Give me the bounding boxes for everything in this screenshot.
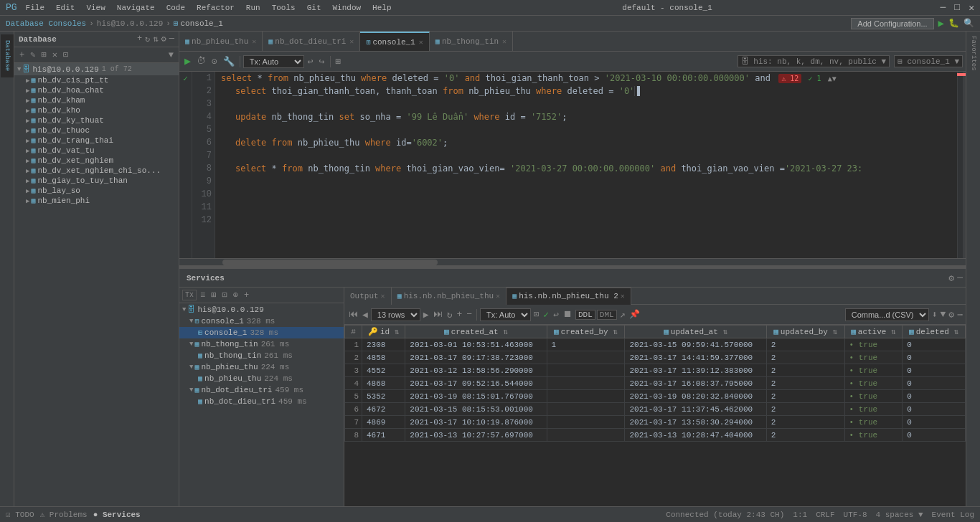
menu-navigate[interactable]: Navigate (114, 4, 158, 12)
result-link-btn[interactable]: ↗ (618, 309, 627, 321)
database-sidebar-icon[interactable]: Database (1, 34, 14, 77)
col-active[interactable]: ▦active ⇅ (844, 326, 903, 338)
result-settings-btn[interactable]: ⚙ (948, 309, 954, 321)
tree-table-nb_dv_xet_nghiem_chi_so[interactable]: ▶ ▦ nb_dv_xet_nghiem_chi_so... (14, 166, 179, 176)
result-prev-btn[interactable]: ◀ (361, 309, 369, 321)
menu-run[interactable]: Run (243, 4, 263, 12)
history-button[interactable]: ⏱ (194, 56, 208, 67)
tx-mode-select[interactable]: Tx: Auto Tx: Manual (243, 55, 304, 68)
tab-nb-dot-dieu-tri[interactable]: ▦ nb_dot_dieu_tri ✕ (263, 32, 360, 52)
tab-close-nb-dot-dieu-tri[interactable]: ✕ (349, 37, 354, 46)
search-everywhere-icon[interactable]: 🔍 (963, 18, 974, 29)
tree-table-nb_dv_trang_thai[interactable]: ▶ ▦ nb_dv_trang_thai (14, 136, 179, 146)
grid-view-button[interactable]: ⊞ (334, 56, 344, 67)
undo-button[interactable]: ↩ (306, 56, 316, 67)
services-nb-thong-tin-group[interactable]: ▼ ▦ nb_thong_tin 261 ms (179, 338, 344, 350)
event-log-button[interactable]: Event Log (932, 511, 974, 519)
result-pin-btn[interactable]: 📌 (628, 309, 641, 320)
db-panel-settings-icon[interactable]: ⚙ (161, 34, 166, 44)
menu-git[interactable]: Git (304, 4, 324, 12)
table-row[interactable]: 248582021-03-17 09:17:38.7230002021-03-1… (345, 351, 966, 364)
indent-select[interactable]: 4 spaces ▼ (876, 511, 923, 519)
tab-close-console-1[interactable]: ✕ (419, 38, 423, 47)
menu-window[interactable]: Window (330, 4, 364, 12)
tree-table-nb_dv_xet_nghiem[interactable]: ▶ ▦ nb_dv_xet_nghiem (14, 156, 179, 166)
result-last-btn[interactable]: ⏭ (432, 309, 444, 320)
tree-table-nb_lay_so[interactable]: ▶ ▦ nb_lay_so (14, 186, 179, 196)
services-add-btn[interactable]: + (242, 290, 251, 301)
db-panel-sort-icon[interactable]: ⇅ (153, 34, 158, 44)
result-refresh-btn[interactable]: ↻ (446, 309, 454, 321)
tree-table-nb_mien_phi[interactable]: ▶ ▦ nb_mien_phi (14, 196, 179, 206)
result-tab-close-phieu-thu-2[interactable]: ✕ (621, 292, 625, 300)
result-commit-btn[interactable]: ✓ (542, 309, 550, 321)
services-nb-dot-dieu-tri-group[interactable]: ▼ ▦ nb_dot_dieu_tri 459 ms (179, 384, 344, 396)
table-row[interactable]: 846712021-03-13 10:27:57.6970002021-03-1… (345, 429, 966, 442)
col-id[interactable]: 🔑id ⇅ (362, 326, 405, 338)
tree-table-nb_dv_thuoc[interactable]: ▶ ▦ nb_dv_thuoc (14, 125, 179, 136)
tree-table-nb_dv_hoa_chat[interactable]: ▶ ▦ nb_dv_hoa_chat (14, 85, 179, 95)
console-selector[interactable]: ⊞ console_1 ▼ (894, 55, 963, 67)
result-export-btn[interactable]: ⬇ (932, 309, 938, 321)
add-configuration-button[interactable]: Add Configuration... (851, 18, 933, 29)
result-tab-nb-phieu-thu[interactable]: ▦ his.nb.nb_phieu_thu ✕ (392, 288, 507, 305)
services-tx-btn[interactable]: Tx (182, 290, 197, 300)
schema-selector[interactable]: 🗄 his: nb, k, dm, nv, public ▼ (738, 55, 890, 67)
menu-help[interactable]: Help (369, 4, 394, 12)
services-console1-item[interactable]: ⊞ console_1 328 ms (179, 327, 344, 338)
col-created-by[interactable]: ▦created_by ⇅ (547, 326, 625, 338)
result-more-btn[interactable]: ⋯ (957, 309, 963, 321)
row-count-select[interactable]: 13 rows (371, 308, 420, 321)
menu-tools[interactable]: Tools (269, 4, 298, 12)
result-delete-btn[interactable]: − (465, 309, 473, 320)
services-layout-btn[interactable]: ⊡ (220, 289, 229, 301)
table-row[interactable]: 345522021-03-12 13:58:56.2900002021-03-1… (345, 364, 966, 377)
services-nb-phieu-thu-item[interactable]: ▦ nb_phieu_thu 224 ms (179, 373, 344, 384)
result-stop-btn[interactable]: ⏹ (562, 309, 574, 320)
tab-nb-phieu-thu[interactable]: ▦ nb_phieu_thu ✕ (179, 32, 263, 52)
close-button[interactable]: ✕ (969, 2, 974, 14)
result-rollback-btn[interactable]: ↩ (552, 309, 560, 321)
redo-button[interactable]: ↪ (317, 56, 327, 67)
tab-nb-thong-tin[interactable]: ▦ nb_thong_tin ✕ (430, 32, 513, 52)
maximize-button[interactable]: □ (954, 2, 960, 14)
stop-button[interactable]: ⊙ (209, 56, 220, 67)
menu-refactor[interactable]: Refactor (194, 4, 237, 12)
result-format-icon[interactable]: ⊡ (532, 309, 540, 320)
tree-table-nb_dv_kho[interactable]: ▶ ▦ nb_dv_kho (14, 105, 179, 115)
tree-table-nb_dv_ky_thuat[interactable]: ▶ ▦ nb_dv_ky_thuat (14, 115, 179, 125)
services-tree-btn[interactable]: ⊞ (209, 289, 218, 301)
db-edit-btn[interactable]: ✎ (28, 49, 37, 61)
col-deleted[interactable]: ▦deleted ⇅ (903, 326, 966, 338)
run-icon[interactable]: ▶ (938, 17, 944, 29)
col-created-at[interactable]: ▦created_at ⇅ (405, 326, 547, 338)
table-row[interactable]: 123082021-03-01 10:53:51.46300012021-03-… (345, 338, 966, 351)
db-add-btn[interactable]: + (17, 49, 27, 61)
services-button[interactable]: ● Services (93, 511, 141, 519)
format-button[interactable]: 🔧 (221, 56, 237, 67)
results-table-wrap[interactable]: # 🔑id ⇅ ▦created_at ⇅ ▦creat (344, 325, 966, 506)
table-row[interactable]: 646722021-03-15 08:15:53.0010002021-03-1… (345, 403, 966, 416)
problems-button[interactable]: ⚠ Problems (40, 510, 88, 519)
result-add-btn[interactable]: + (455, 309, 463, 320)
tree-table-nb_dv_kham[interactable]: ▶ ▦ nb_dv_kham (14, 95, 179, 105)
menu-file[interactable]: File (23, 4, 47, 12)
ddl-btn[interactable]: DDL (575, 310, 595, 320)
col-updated-at[interactable]: ▦updated_at ⇅ (625, 326, 766, 338)
services-minimize-icon[interactable]: ─ (957, 272, 963, 284)
db-panel-add-icon[interactable]: + (137, 34, 142, 44)
tree-server-node[interactable]: ▼ 🗄 his@10.0.0.129 1 of 72 (14, 63, 179, 75)
result-tab-output[interactable]: Output ✕ (344, 288, 392, 305)
tab-close-nb-thong-tin[interactable]: ✕ (502, 37, 507, 46)
breadcrumb-item-2[interactable]: his@10.0.0.129 (97, 19, 163, 28)
menu-code[interactable]: Code (164, 4, 188, 12)
result-tx-select[interactable]: Tx: Auto (480, 308, 531, 321)
result-tab-close-output[interactable]: ✕ (381, 292, 385, 300)
tab-console-1[interactable]: ⊞ console_1 ✕ (360, 32, 429, 52)
export-format-select[interactable]: Comma...d (CSV) (845, 308, 929, 321)
tree-table-nb_giay_to_tuy_than[interactable]: ▶ ▦ nb_giay_to_tuy_than (14, 176, 179, 186)
db-panel-sync-icon[interactable]: ↻ (145, 34, 150, 44)
right-sidebar-icon-1[interactable]: Favorites (970, 36, 977, 71)
services-server-node[interactable]: ▼ 🗄 his@10.0.0.129 (179, 303, 344, 315)
db-properties-btn[interactable]: ⊡ (61, 49, 70, 61)
